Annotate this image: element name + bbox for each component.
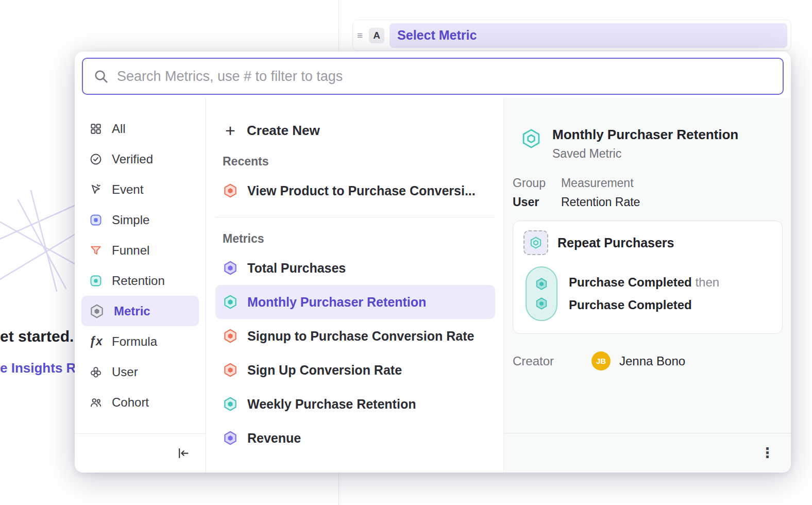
sidebar-item-cohort[interactable]: Cohort bbox=[81, 387, 199, 417]
metric-item-label: Weekly Purchase Retention bbox=[247, 397, 416, 412]
definition-dashed-icon bbox=[523, 230, 548, 255]
detail-title: Monthly Purchaser Retention bbox=[552, 127, 738, 143]
sidebar-item-user[interactable]: User bbox=[81, 357, 199, 387]
clipped-heading: et started. bbox=[0, 328, 74, 345]
hexagon-teal-icon bbox=[529, 236, 543, 249]
hexagon-red-icon bbox=[223, 362, 238, 378]
creator-label: Creator bbox=[513, 354, 591, 368]
sidebar-item-funnel[interactable]: Funnel bbox=[81, 235, 199, 265]
plus-icon: + bbox=[223, 122, 238, 139]
metric-item-total-purchases[interactable]: Total Purchases bbox=[215, 251, 495, 285]
collapse-sidebar-button[interactable] bbox=[173, 443, 193, 463]
sidebar-item-label: Formula bbox=[112, 334, 157, 349]
metric-detail-panel: Monthly Purchaser Retention Saved Metric… bbox=[504, 98, 791, 473]
sidebar-item-retention[interactable]: Retention bbox=[81, 265, 199, 296]
sidebar-item-verified[interactable]: Verified bbox=[81, 144, 199, 174]
recent-metric-item[interactable]: View Product to Purchase Conversi... bbox=[215, 174, 495, 208]
clipped-insights-link[interactable]: e Insights Re bbox=[0, 360, 83, 376]
metric-item-label: Revenue bbox=[247, 431, 301, 446]
measurement-label: Measurement bbox=[561, 176, 640, 190]
metric-item-label: Sign Up Conversion Rate bbox=[247, 363, 402, 378]
grid-icon bbox=[89, 122, 103, 136]
metric-hexagon-icon bbox=[89, 304, 105, 319]
metric-item-label: View Product to Purchase Conversi... bbox=[247, 183, 476, 198]
select-metric-bar: ≡ A Select Metric bbox=[352, 20, 791, 51]
collapse-to-left-icon bbox=[176, 446, 190, 460]
sidebar-item-simple[interactable]: Simple bbox=[81, 205, 199, 235]
cohort-people-icon bbox=[89, 396, 103, 409]
sidebar-item-label: Cohort bbox=[112, 395, 149, 410]
filter-sidebar: All Verified Event bbox=[75, 98, 206, 473]
sidebar-item-label: User bbox=[112, 365, 138, 379]
step-1-event: Purchase Completed bbox=[569, 275, 692, 289]
creator-avatar: JB bbox=[591, 351, 611, 371]
detail-footer: ⋮ bbox=[504, 433, 791, 473]
hexagon-purple-icon bbox=[223, 430, 238, 446]
sidebar-footer bbox=[75, 433, 206, 473]
create-new-button[interactable]: + Create New bbox=[215, 116, 495, 144]
list-divider bbox=[215, 217, 495, 217]
detail-subtitle: Saved Metric bbox=[552, 147, 738, 161]
definition-name: Repeat Purchasers bbox=[557, 235, 674, 250]
group-label: Group bbox=[513, 176, 546, 190]
metric-picker-modal: All Verified Event bbox=[75, 52, 791, 473]
verified-badge-icon bbox=[89, 153, 103, 166]
formula-fx-icon: ƒx bbox=[89, 334, 103, 348]
search-bar bbox=[75, 52, 791, 98]
metric-list-panel: + Create New Recents View Product to Pur… bbox=[206, 98, 504, 473]
metric-letter-badge: A bbox=[369, 28, 384, 43]
hexagon-red-icon bbox=[223, 328, 238, 344]
event-cursor-icon bbox=[89, 183, 103, 196]
sidebar-item-event[interactable]: Event bbox=[81, 174, 199, 205]
hexagon-purple-icon bbox=[223, 260, 238, 276]
step-hexagon-icon bbox=[535, 297, 548, 310]
detail-header: Monthly Purchaser Retention Saved Metric bbox=[520, 127, 783, 161]
search-input[interactable] bbox=[82, 58, 784, 95]
metric-item-label: Monthly Purchaser Retention bbox=[247, 295, 426, 310]
measurement-value: Retention Rate bbox=[561, 195, 640, 209]
sidebar-item-all[interactable]: All bbox=[81, 113, 199, 144]
definition-step-2: Purchase Completed bbox=[569, 298, 719, 312]
sidebar-item-label: Event bbox=[112, 182, 143, 197]
retention-square-icon bbox=[89, 274, 103, 288]
metric-definition-card: Repeat Purchasers Purchase Completed the… bbox=[513, 221, 783, 334]
metric-item-signup-to-purchase-conversion[interactable]: Signup to Purchase Conversion Rate bbox=[215, 319, 495, 353]
metrics-header: Metrics bbox=[215, 232, 495, 246]
retention-steps-pill bbox=[526, 266, 557, 321]
metric-item-weekly-purchase-retention[interactable]: Weekly Purchase Retention bbox=[215, 387, 495, 421]
sidebar-item-label: Simple bbox=[112, 213, 149, 227]
hexagon-teal-icon bbox=[223, 294, 238, 310]
metric-item-revenue[interactable]: Revenue bbox=[215, 421, 495, 455]
creator-row: Creator JB Jenna Bono bbox=[513, 351, 783, 371]
hexagon-teal-icon bbox=[223, 396, 238, 412]
metric-item-label: Signup to Purchase Conversion Rate bbox=[247, 329, 474, 344]
recents-header: Recents bbox=[215, 155, 495, 169]
sidebar-item-label: Verified bbox=[112, 152, 153, 166]
sidebar-item-label: Metric bbox=[114, 304, 150, 318]
sidebar-item-label: All bbox=[112, 122, 126, 136]
hexagon-red-icon bbox=[223, 183, 238, 198]
definition-step-1: Purchase Completed then bbox=[569, 275, 719, 290]
funnel-icon bbox=[89, 244, 103, 257]
metric-meta: Group User Measurement Retention Rate bbox=[513, 176, 783, 209]
sidebar-item-label: Retention bbox=[112, 274, 165, 288]
step-2-event: Purchase Completed bbox=[569, 298, 692, 312]
saved-metric-hexagon-icon bbox=[520, 128, 542, 149]
drag-handle-icon[interactable]: ≡ bbox=[356, 30, 364, 41]
select-metric-label: Select Metric bbox=[397, 28, 477, 43]
select-metric-chip[interactable]: Select Metric bbox=[390, 23, 787, 48]
sidebar-item-metric[interactable]: Metric bbox=[81, 296, 199, 326]
group-value: User bbox=[513, 195, 546, 209]
metric-item-monthly-purchaser-retention[interactable]: Monthly Purchaser Retention bbox=[215, 285, 495, 319]
metric-item-label: Total Purchases bbox=[247, 261, 346, 276]
sidebar-item-formula[interactable]: ƒx Formula bbox=[81, 326, 199, 357]
search-icon bbox=[93, 69, 109, 84]
simple-square-icon bbox=[89, 213, 103, 227]
creator-name: Jenna Bono bbox=[619, 354, 685, 368]
step-connector: then bbox=[695, 275, 719, 289]
more-options-button[interactable]: ⋮ bbox=[760, 446, 774, 460]
sidebar-item-label: Funnel bbox=[112, 243, 149, 258]
metric-item-sign-up-conversion-rate[interactable]: Sign Up Conversion Rate bbox=[215, 353, 495, 387]
create-new-label: Create New bbox=[247, 123, 320, 139]
step-hexagon-icon bbox=[535, 277, 548, 291]
